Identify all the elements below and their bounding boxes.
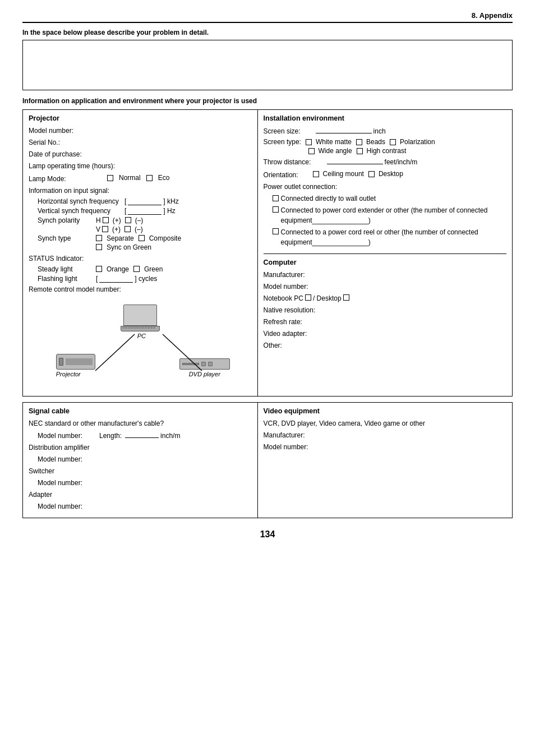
wide-angle-checkbox[interactable] bbox=[308, 148, 315, 154]
pc-label: PC bbox=[123, 333, 160, 339]
proj-lens bbox=[59, 358, 63, 366]
synch-h-plus-cb: H (+) (–) bbox=[96, 216, 143, 224]
power-outlet-row: Power outlet connection: bbox=[264, 182, 506, 192]
video-manufacturer-row: Manufacturer: bbox=[264, 430, 506, 440]
native-resolution-row: Native resolution: bbox=[264, 305, 506, 315]
computer-model-row: Model number: bbox=[264, 282, 506, 292]
throw-distance-row: Throw distance: feet/inch/m bbox=[264, 156, 506, 167]
installation-title: Installation environment bbox=[264, 114, 506, 122]
desktop2-checkbox[interactable] bbox=[343, 294, 349, 301]
flashing-bracket-open: [ bbox=[96, 275, 98, 283]
extender-label: Connected to power cord extender or othe… bbox=[281, 205, 506, 225]
white-matte-checkbox[interactable] bbox=[306, 139, 312, 145]
vert-bracket-open: [ bbox=[124, 207, 126, 215]
lamp-eco-checkbox[interactable] bbox=[146, 175, 153, 181]
h-minus-checkbox[interactable] bbox=[125, 217, 131, 223]
page-number: 134 bbox=[22, 529, 513, 540]
sync-green-label: Sync on Green bbox=[107, 243, 151, 251]
dvd-body bbox=[179, 358, 230, 370]
screen-size-value[interactable] bbox=[316, 126, 372, 133]
desktop-checkbox[interactable] bbox=[368, 171, 375, 177]
h-plus-checkbox[interactable] bbox=[103, 217, 109, 223]
synch-type-row: Synch type Separate Composite Sync on Gr… bbox=[29, 234, 252, 251]
synch-v-plus-cb: V (+) (–) bbox=[96, 225, 143, 233]
problem-input-box[interactable] bbox=[22, 40, 513, 90]
diagram-section: PC Projector DV bbox=[29, 296, 252, 391]
synch-polarity-row: Synch polarity H (+) (–) V (+) (–) bbox=[29, 216, 252, 233]
wall-outlet-checkbox[interactable] bbox=[273, 195, 279, 201]
video-adapter-row: Video adapter: bbox=[264, 329, 506, 339]
switcher-label: Switcher bbox=[29, 466, 54, 476]
adapter-model-row: Model number: bbox=[29, 501, 252, 511]
problem-label: In the space below please describe your … bbox=[22, 29, 513, 36]
power-outlet-extender-row: Connected to power cord extender or othe… bbox=[264, 205, 506, 225]
power-outlet-wall-row: Connected directly to wall outlet bbox=[264, 193, 506, 204]
cable-model-row: Model number: Length: inch/m bbox=[29, 430, 252, 441]
cable-length-unit: inch/m bbox=[160, 431, 180, 441]
serial-no-row: Serial No.: bbox=[29, 137, 252, 147]
orange-checkbox[interactable] bbox=[96, 266, 102, 272]
video-model-row: Model number: bbox=[264, 442, 506, 452]
lamp-normal-label: Normal bbox=[119, 173, 141, 183]
polarization-checkbox[interactable] bbox=[390, 139, 396, 145]
polarization-label: Polarization bbox=[400, 138, 435, 146]
native-resolution-label: Native resolution: bbox=[264, 305, 316, 315]
date-purchase-row: Date of purchase: bbox=[29, 149, 252, 159]
dist-model-row: Model number: bbox=[29, 454, 252, 464]
laptop-keyboard bbox=[121, 326, 160, 331]
beads-label: Beads bbox=[366, 138, 385, 146]
notebook-checkbox[interactable] bbox=[305, 294, 311, 301]
high-contrast-checkbox[interactable] bbox=[357, 148, 363, 154]
notebook-slash: / Desktop bbox=[313, 293, 342, 303]
computer-manufacturer-row: Manufacturer: bbox=[264, 270, 506, 280]
cable-length-value[interactable] bbox=[125, 430, 159, 438]
vert-synch-label: Vertical synch frequency bbox=[38, 207, 124, 215]
throw-distance-value[interactable] bbox=[327, 156, 383, 164]
ceiling-mount-label: Ceiling mount bbox=[323, 169, 364, 179]
lamp-mode-row: Lamp Mode: Normal Eco bbox=[29, 173, 252, 184]
green-label: Green bbox=[144, 265, 163, 273]
composite-checkbox[interactable] bbox=[139, 235, 145, 241]
v-plus-checkbox[interactable] bbox=[102, 226, 108, 232]
reel-checkbox[interactable] bbox=[273, 228, 279, 234]
dvd-diagram: DVD player bbox=[179, 358, 230, 377]
lamp-normal-checkbox[interactable] bbox=[107, 175, 113, 181]
beads-checkbox[interactable] bbox=[356, 139, 362, 145]
adapter-model-label: Model number: bbox=[38, 501, 82, 511]
v-minus-checkbox[interactable] bbox=[124, 226, 131, 232]
cable-length-label: Length: bbox=[99, 431, 122, 441]
serial-no-label: Serial No.: bbox=[29, 137, 60, 147]
video-description-row: VCR, DVD player, Video camera, Video gam… bbox=[264, 418, 506, 428]
lamp-hours-label: Lamp operating time (hours): bbox=[29, 161, 115, 171]
steady-light-label: Steady light bbox=[38, 265, 94, 273]
switcher-model-label: Model number: bbox=[38, 478, 82, 488]
separate-checkbox[interactable] bbox=[96, 235, 102, 241]
synch-type-label: Synch type bbox=[38, 234, 94, 242]
page-header: 8. Appendix bbox=[22, 11, 513, 23]
ceiling-mount-checkbox[interactable] bbox=[313, 171, 319, 177]
bottom-grid: Signal cable NEC standard or other manuf… bbox=[22, 402, 513, 518]
horiz-value[interactable] bbox=[128, 197, 162, 205]
sync-green-checkbox[interactable] bbox=[96, 244, 102, 250]
synch-polarity-label: Synch polarity bbox=[38, 216, 94, 224]
adapter-label: Adapter bbox=[29, 490, 52, 500]
dvd-btn2 bbox=[208, 362, 213, 366]
power-outlet-reel-row: Connected to a power cord reel or other … bbox=[264, 227, 506, 247]
video-equipment-section: Video equipment VCR, DVD player, Video c… bbox=[258, 403, 512, 518]
video-model-label: Model number: bbox=[264, 442, 308, 452]
signal-cable-section: Signal cable NEC standard or other manuf… bbox=[23, 403, 258, 518]
date-purchase-label: Date of purchase: bbox=[29, 149, 82, 159]
green-checkbox[interactable] bbox=[133, 266, 140, 272]
flashing-value[interactable] bbox=[99, 275, 133, 283]
dvd-slot bbox=[182, 363, 199, 365]
signal-cable-title: Signal cable bbox=[29, 407, 252, 415]
input-signal-label: Information on input signal: bbox=[29, 186, 109, 196]
vert-value[interactable] bbox=[128, 207, 162, 215]
laptop-screen bbox=[123, 305, 157, 326]
computer-title: Computer bbox=[264, 259, 506, 266]
input-signal-row: Information on input signal: bbox=[29, 186, 252, 196]
extender-checkbox[interactable] bbox=[273, 206, 279, 213]
vert-synch-row: Vertical synch frequency [ ] Hz bbox=[29, 207, 252, 215]
nec-cable-row: NEC standard or other manufacturer's cab… bbox=[29, 418, 252, 428]
refresh-rate-row: Refresh rate: bbox=[264, 317, 506, 327]
